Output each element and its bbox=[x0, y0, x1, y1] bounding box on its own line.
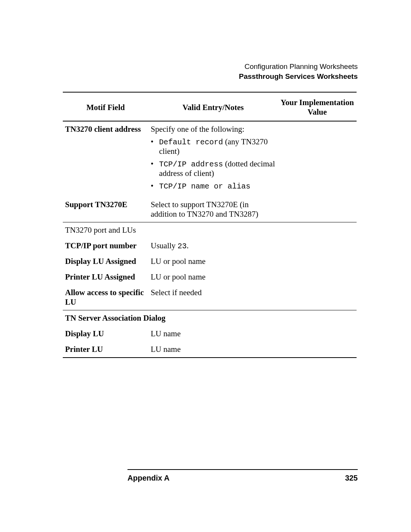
mono-text: Default record bbox=[159, 138, 223, 147]
mono-text: TCP/IP address bbox=[159, 160, 223, 169]
value-cell bbox=[278, 238, 357, 254]
value-cell bbox=[278, 342, 357, 358]
running-header: Configuration Planning Worksheets Passth… bbox=[239, 62, 358, 81]
field-label: Printer LU bbox=[63, 342, 148, 358]
value-cell bbox=[278, 269, 357, 285]
field-notes: Select to support TN3270E (in addition t… bbox=[148, 197, 278, 222]
field-label: Allow access to specific LU bbox=[63, 285, 148, 310]
mono-text: 23 bbox=[178, 242, 187, 251]
col-header-motif-field: Motif Field bbox=[63, 92, 148, 121]
plain-text: Usually bbox=[151, 241, 178, 250]
footer-appendix: Appendix A bbox=[127, 474, 169, 482]
section-heading: TN Server Association Dialog bbox=[63, 310, 357, 326]
value-cell bbox=[278, 197, 357, 222]
table-row: Allow access to specific LU Select if ne… bbox=[63, 285, 357, 310]
page: Configuration Planning Worksheets Passth… bbox=[0, 0, 411, 532]
table-section-row: TN3270 port and LUs bbox=[63, 222, 357, 238]
table-row: TN3270 client address Specify one of the… bbox=[63, 121, 357, 197]
value-cell bbox=[278, 285, 357, 310]
value-cell bbox=[278, 326, 357, 342]
field-label: TCP/IP port number bbox=[63, 238, 148, 254]
field-label: TN3270 client address bbox=[63, 121, 148, 197]
table-row: Support TN3270E Select to support TN3270… bbox=[63, 197, 357, 222]
field-notes: Usually 23. bbox=[148, 238, 278, 254]
table-row: Printer LU LU name bbox=[63, 342, 357, 358]
list-item: TCP/IP name or alias bbox=[151, 181, 276, 191]
footer-page-number: 325 bbox=[345, 474, 358, 482]
field-notes: LU or pool name bbox=[148, 269, 278, 285]
field-notes: LU or pool name bbox=[148, 254, 278, 269]
field-notes: LU name bbox=[148, 342, 278, 358]
field-label: Support TN3270E bbox=[63, 197, 148, 222]
table-section-row: TN Server Association Dialog bbox=[63, 310, 357, 326]
field-notes: LU name bbox=[148, 326, 278, 342]
page-footer: Appendix A 325 bbox=[127, 469, 358, 482]
value-cell bbox=[278, 121, 357, 197]
header-chapter: Configuration Planning Worksheets bbox=[239, 62, 358, 71]
notes-intro: Specify one of the following: bbox=[151, 125, 276, 134]
field-label: Printer LU Assigned bbox=[63, 269, 148, 285]
field-label: Display LU bbox=[63, 326, 148, 342]
worksheet-table-wrap: Motif Field Valid Entry/Notes Your Imple… bbox=[63, 92, 357, 358]
list-item: Default record (any TN3270 client) bbox=[151, 137, 276, 156]
field-notes: Select if needed bbox=[148, 285, 278, 310]
table-header-row: Motif Field Valid Entry/Notes Your Imple… bbox=[63, 92, 357, 121]
table-row: Printer LU Assigned LU or pool name bbox=[63, 269, 357, 285]
col-header-your-value: Your Implementation Value bbox=[278, 92, 357, 121]
header-section: Passthrough Services Worksheets bbox=[239, 72, 358, 81]
list-item: TCP/IP address (dotted decimal address o… bbox=[151, 159, 276, 178]
plain-text: . bbox=[187, 241, 189, 250]
mono-text: TCP/IP name or alias bbox=[159, 182, 250, 191]
section-heading: TN3270 port and LUs bbox=[63, 222, 357, 238]
table-row: Display LU Assigned LU or pool name bbox=[63, 254, 357, 269]
worksheet-table: Motif Field Valid Entry/Notes Your Imple… bbox=[63, 92, 357, 358]
value-cell bbox=[278, 254, 357, 269]
field-label: Display LU Assigned bbox=[63, 254, 148, 269]
table-row: Display LU LU name bbox=[63, 326, 357, 342]
bullet-list: Default record (any TN3270 client) TCP/I… bbox=[151, 137, 276, 191]
col-header-valid-entry: Valid Entry/Notes bbox=[148, 92, 278, 121]
field-notes: Specify one of the following: Default re… bbox=[148, 121, 278, 197]
table-row: TCP/IP port number Usually 23. bbox=[63, 238, 357, 254]
